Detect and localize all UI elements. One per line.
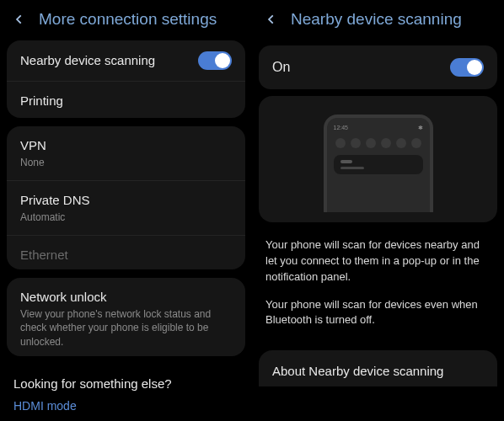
section-network-unlock: Network unlock View your phone's network… [7, 278, 245, 356]
row-label: Nearby device scanning [20, 52, 198, 69]
footer-prompt: Looking for something else? [13, 376, 239, 391]
row-about[interactable]: About Nearby device scanning [259, 350, 497, 386]
back-icon[interactable] [13, 13, 25, 25]
row-printing[interactable]: Printing [7, 82, 245, 118]
page-title: More connection settings [39, 10, 217, 29]
row-label: Network unlock [20, 289, 232, 306]
toggle-nearby-scanning[interactable] [450, 58, 484, 77]
back-icon[interactable] [265, 13, 277, 25]
row-label: VPN [20, 137, 232, 154]
row-ethernet: Ethernet [7, 236, 245, 269]
row-network-unlock[interactable]: Network unlock View your phone's network… [7, 278, 245, 356]
row-sub: None [20, 156, 232, 169]
description-text-2: Your phone will scan for devices even wh… [265, 297, 491, 329]
settings-screen-nearby-scanning: Nearby device scanning On 12:45 ✱ Your p… [252, 0, 504, 421]
row-label: Printing [20, 93, 232, 109]
gear-icon: ✱ [418, 125, 423, 131]
row-nearby-scanning[interactable]: Nearby device scanning [7, 40, 245, 82]
illustration-card: 12:45 ✱ [259, 96, 497, 222]
description: Your phone will scan for devices nearby … [252, 222, 504, 347]
link-hdmi-mode[interactable]: HDMI mode [13, 399, 239, 413]
row-vpn[interactable]: VPN None [7, 126, 245, 181]
row-toggle-status[interactable]: On [259, 45, 497, 89]
header: Nearby device scanning [252, 0, 504, 40]
row-sub: View your phone's network lock status an… [20, 307, 232, 349]
settings-screen-more-connections: More connection settings Nearby device s… [0, 0, 252, 421]
row-sub: Automatic [20, 210, 232, 224]
description-text-1: Your phone will scan for devices nearby … [265, 237, 491, 285]
footer: Looking for something else? HDMI mode [0, 365, 252, 421]
header: More connection settings [0, 0, 252, 40]
row-label: About Nearby device scanning [272, 364, 484, 378]
page-title: Nearby device scanning [291, 10, 462, 29]
status-label: On [272, 60, 290, 75]
row-private-dns[interactable]: Private DNS Automatic [7, 181, 245, 236]
row-label: Private DNS [20, 192, 232, 209]
mock-time: 12:45 [334, 125, 349, 131]
section-network: VPN None Private DNS Automatic Ethernet [7, 126, 245, 269]
section-device-features: Nearby device scanning Printing [7, 40, 245, 118]
phone-illustration: 12:45 ✱ [324, 115, 433, 212]
toggle-nearby-scanning[interactable] [198, 51, 232, 70]
row-label: Ethernet [20, 247, 232, 264]
